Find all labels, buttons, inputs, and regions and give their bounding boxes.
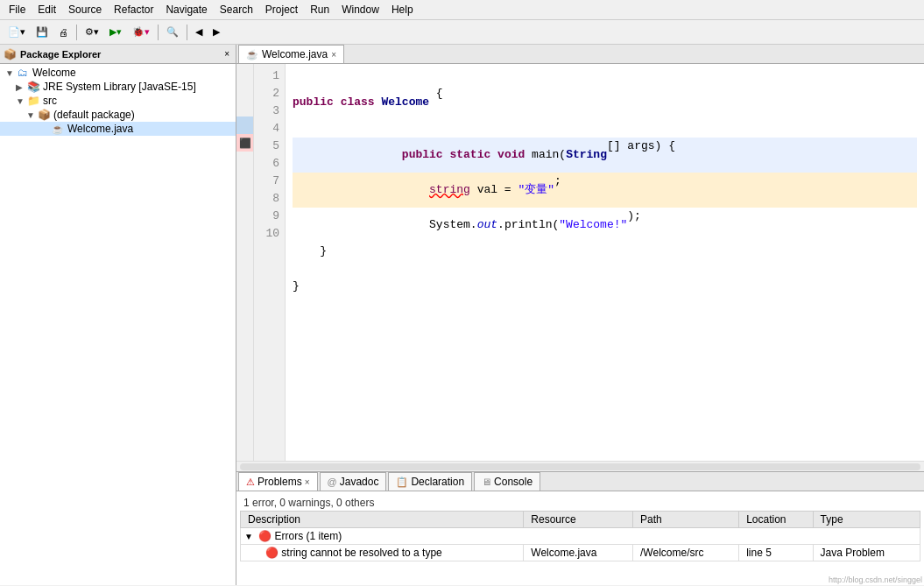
- tree-label-defpkg: (default package): [53, 109, 135, 121]
- menu-search[interactable]: Search: [215, 2, 258, 18]
- error-group-arrow[interactable]: ▼: [244, 532, 253, 541]
- toolbar-new[interactable]: 📄▾: [4, 24, 30, 40]
- string-literal-2: "Welcome!": [559, 216, 627, 234]
- declaration-icon: 📋: [396, 477, 408, 488]
- menu-file[interactable]: File: [4, 2, 31, 18]
- menu-run[interactable]: Run: [305, 2, 335, 18]
- toolbar-print[interactable]: 🖨: [54, 25, 73, 40]
- tree-arrow-src[interactable]: ▼: [16, 96, 26, 106]
- error-group-icon: 🔴: [258, 530, 272, 542]
- main-layout: 📦 Package Explorer × ▼ 🗂 Welcome ▶ 📚 JRE…: [0, 45, 924, 585]
- tree-label-jre: JRE System Library [JavaSE-15]: [43, 81, 196, 93]
- toolbar-debug[interactable]: 🐞▾: [128, 24, 154, 40]
- error-group-row[interactable]: ▼ 🔴 Errors (1 item): [241, 528, 920, 545]
- keyword-public-2: public: [402, 146, 443, 164]
- toolbar-save[interactable]: 💾: [32, 24, 53, 40]
- col-path: Path: [633, 512, 739, 528]
- table-row[interactable]: 🔴 string cannot be resolved to a type We…: [241, 545, 920, 561]
- editor-content: ⬛ 1 2 3 4 5 6 7 8 9 10: [236, 64, 924, 461]
- error-location: line 5: [739, 545, 813, 561]
- menu-project[interactable]: Project: [260, 2, 303, 18]
- error-description: 🔴 string cannot be resolved to a type: [241, 545, 524, 561]
- bottom-panel: ⚠ Problems × @ Javadoc 📋 Declaration 🖥 C…: [236, 471, 924, 585]
- menu-source[interactable]: Source: [63, 2, 107, 18]
- tab-problems-close[interactable]: ×: [305, 477, 310, 487]
- tree-arrow-jre[interactable]: ▶: [16, 82, 26, 92]
- menu-navigate[interactable]: Navigate: [160, 2, 212, 18]
- menu-refactor[interactable]: Refactor: [109, 2, 159, 18]
- col-resource: Resource: [524, 512, 633, 528]
- code-line-4: public static void main(String[] args) {: [293, 138, 917, 173]
- tab-javadoc-label: Javadoc: [340, 476, 379, 488]
- keyword-public: public: [293, 94, 334, 111]
- tree-item-jre[interactable]: ▶ 📚 JRE System Library [JavaSE-15]: [0, 80, 236, 94]
- menu-window[interactable]: Window: [336, 2, 384, 18]
- problems-icon: ⚠: [246, 477, 255, 488]
- code-line-5: string val = "变量";: [293, 173, 917, 208]
- editor-tab-welcome-java[interactable]: ☕ Welcome.java ×: [238, 45, 344, 63]
- toolbar-sep-1: [76, 25, 77, 40]
- type-string-error: string: [429, 181, 470, 199]
- tree-item-welcome[interactable]: ▼ 🗂 Welcome: [0, 66, 236, 80]
- package-explorer-header: 📦 Package Explorer ×: [0, 45, 236, 64]
- editor-tab-icon: ☕: [246, 49, 258, 60]
- toolbar-back[interactable]: ◀: [191, 24, 207, 40]
- menu-edit[interactable]: Edit: [32, 2, 61, 18]
- method-main: main: [532, 146, 559, 164]
- field-out: out: [477, 216, 497, 234]
- class-name-welcome: Welcome: [381, 94, 429, 111]
- error-icon: 🔴: [265, 547, 279, 559]
- java-file-icon: ☕: [51, 123, 65, 135]
- toolbar-forward[interactable]: ▶: [208, 24, 224, 40]
- editor-tab-close[interactable]: ×: [331, 50, 336, 60]
- toolbar-search[interactable]: 🔍: [162, 24, 183, 40]
- toolbar-run[interactable]: ▶▾: [105, 24, 126, 40]
- tab-declaration[interactable]: 📋 Declaration: [388, 472, 472, 491]
- tab-problems[interactable]: ⚠ Problems ×: [238, 472, 318, 491]
- code-line-7: }: [293, 243, 917, 260]
- package-explorer-icon: 📦: [4, 48, 17, 60]
- file-tree: ▼ 🗂 Welcome ▶ 📚 JRE System Library [Java…: [0, 64, 236, 585]
- tree-arrow-welcome[interactable]: ▼: [5, 68, 16, 78]
- watermark: http://blog.csdn.net/singgel: [829, 575, 922, 584]
- method-println: println: [504, 216, 553, 234]
- toolbar: 📄▾ 💾 🖨 ⚙▾ ▶▾ 🐞▾ 🔍 ◀ ▶: [0, 20, 924, 45]
- right-panel: ☕ Welcome.java × ⬛: [236, 45, 924, 585]
- tab-problems-label: Problems: [257, 476, 302, 488]
- editor-gutter: ⬛: [236, 64, 254, 461]
- string-array-type: String: [566, 146, 607, 164]
- tree-item-src[interactable]: ▼ 📁 src: [0, 94, 236, 108]
- keyword-static: static: [449, 146, 490, 164]
- code-line-1: [293, 67, 917, 85]
- package-explorer-panel: 📦 Package Explorer × ▼ 🗂 Welcome ▶ 📚 JRE…: [0, 45, 236, 585]
- tree-label-welcome-java: Welcome.java: [67, 123, 133, 135]
- tree-item-defpkg[interactable]: ▼ 📦 (default package): [0, 108, 236, 122]
- editor-hscrollbar[interactable]: [236, 461, 924, 471]
- code-line-10: [293, 295, 917, 313]
- tab-javadoc[interactable]: @ Javadoc: [320, 472, 387, 491]
- editor-tab-bar: ☕ Welcome.java ×: [236, 45, 924, 64]
- problems-area: 1 error, 0 warnings, 0 others Descriptio…: [236, 491, 924, 585]
- tab-declaration-label: Declaration: [411, 476, 464, 488]
- code-line-6: System.out.println("Welcome!");: [293, 208, 917, 243]
- tree-label-src: src: [43, 95, 57, 107]
- tree-arrow-defpkg[interactable]: ▼: [26, 110, 37, 120]
- line-numbers: 1 2 3 4 5 6 7 8 9 10: [254, 64, 286, 461]
- error-description-text: string cannot be resolved to a type: [281, 547, 441, 559]
- code-line-8: [293, 260, 917, 278]
- error-resource: Welcome.java: [524, 545, 633, 561]
- menu-help[interactable]: Help: [386, 2, 419, 18]
- panel-minimize[interactable]: ×: [222, 48, 232, 60]
- code-line-2: public class Welcome {: [293, 85, 917, 120]
- error-path: /Welcome/src: [633, 545, 739, 561]
- tab-console[interactable]: 🖥 Console: [474, 472, 540, 491]
- tree-item-welcome-java[interactable]: ▶ ☕ Welcome.java: [0, 122, 236, 136]
- console-icon: 🖥: [482, 477, 491, 487]
- toolbar-build[interactable]: ⚙▾: [81, 24, 103, 40]
- keyword-void: void: [497, 146, 525, 164]
- jre-icon: 📚: [26, 81, 40, 93]
- error-type: Java Problem: [813, 545, 920, 561]
- col-location: Location: [739, 512, 813, 528]
- bottom-tab-bar: ⚠ Problems × @ Javadoc 📋 Declaration 🖥 C…: [236, 472, 924, 491]
- code-editor[interactable]: public class Welcome { public static voi…: [286, 64, 924, 461]
